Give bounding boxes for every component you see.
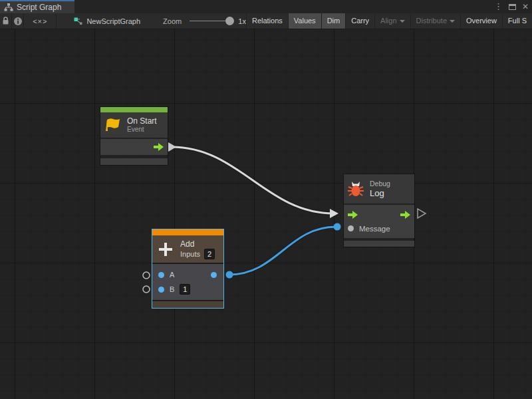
graph-name-label: NewScriptGraph (86, 17, 140, 25)
message-port-label: Message (359, 225, 390, 233)
distribute-button[interactable]: Distribute (410, 13, 460, 29)
graph-name-breadcrumb[interactable]: NewScriptGraph (74, 13, 140, 29)
flag-icon (104, 117, 122, 133)
values-button[interactable]: Values (288, 13, 321, 29)
trigger-input-port-icon[interactable] (348, 211, 358, 219)
lock-icon (2, 17, 9, 25)
overview-button[interactable]: Overview (460, 13, 502, 29)
info-button[interactable] (12, 13, 25, 29)
port-b-value-field[interactable]: 1 (180, 284, 190, 295)
script-graph-window: Script Graph ⋮ ✕ <×> (0, 0, 532, 399)
node-debug-log[interactable]: Debug Log (344, 174, 414, 247)
unconnected-input-b-icon[interactable] (143, 286, 150, 293)
node-title: On Start (127, 116, 157, 126)
script-graph-asset-icon (74, 17, 82, 25)
fullscreen-button[interactable]: Full S (502, 13, 532, 29)
chevron-down-icon (450, 20, 455, 25)
node-title: Add (180, 239, 215, 249)
relations-button[interactable]: Relations (246, 13, 288, 29)
trigger-output-port-icon[interactable] (400, 211, 410, 219)
plus-icon (158, 241, 174, 257)
zoom-slider-handle[interactable] (225, 17, 234, 25)
port-a-label: A (170, 271, 174, 279)
unconnected-trigger-output-icon[interactable] (418, 209, 426, 218)
output-port-sum[interactable] (211, 272, 217, 278)
node-subtitle: Inputs (180, 250, 200, 258)
dim-button[interactable]: Dim (321, 13, 346, 29)
zoom-slider[interactable] (190, 13, 234, 29)
info-icon (13, 17, 23, 26)
message-input-port[interactable] (348, 225, 354, 231)
window-menu-icon[interactable]: ⋮ (494, 0, 503, 13)
lock-button[interactable] (0, 13, 12, 29)
tab-title: Script Graph (17, 3, 61, 12)
node-on-start[interactable]: On Start Event (100, 107, 168, 165)
node-subtitle: Debug (370, 180, 390, 188)
graph-toolbar: <×> NewScriptGraph Zoom 1x Relations Val… (0, 13, 532, 29)
maximize-icon[interactable] (509, 4, 516, 10)
debug-bug-icon (347, 181, 364, 197)
node-add[interactable]: Add Inputs 2 A B 1 (152, 229, 224, 309)
input-port-a[interactable] (158, 272, 164, 278)
hierarchy-graph-icon (4, 3, 13, 11)
unconnected-input-a-icon[interactable] (143, 272, 150, 279)
zoom-label: Zoom (163, 17, 182, 25)
node-title: Log (370, 188, 390, 198)
zoom-value: 1x (238, 17, 246, 25)
connection-onstart-to-log[interactable] (172, 147, 334, 213)
connections-layer (0, 29, 532, 399)
node-color-bar (100, 107, 168, 112)
graph-canvas[interactable]: On Start Event (0, 29, 532, 399)
chevron-down-icon (400, 20, 405, 25)
carry-button[interactable]: Carry (345, 13, 374, 29)
node-color-bar (152, 229, 223, 235)
node-subtitle: Event (127, 126, 157, 134)
connection-add-to-message[interactable] (229, 227, 336, 275)
close-icon[interactable]: ✕ (522, 2, 529, 11)
input-port-b[interactable] (158, 287, 164, 293)
tab-bar: Script Graph ⋮ ✕ (0, 0, 532, 13)
trigger-output-port-icon[interactable] (154, 143, 164, 151)
code-view-button[interactable]: <×> (24, 13, 57, 29)
port-b-label: B (170, 285, 174, 293)
tab-script-graph[interactable]: Script Graph (0, 0, 74, 13)
align-button[interactable]: Align (374, 13, 410, 29)
inputs-count-field[interactable]: 2 (204, 249, 215, 259)
code-icon: <×> (33, 17, 47, 25)
port-markers-layer (0, 29, 532, 399)
